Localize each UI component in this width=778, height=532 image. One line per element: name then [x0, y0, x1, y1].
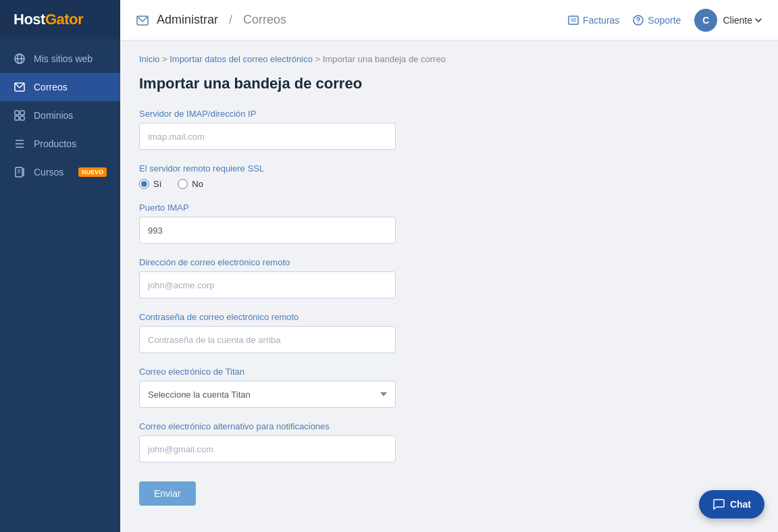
header-title: Administrar — [157, 13, 218, 27]
facturas-label: Facturas — [583, 15, 619, 26]
svg-rect-6 — [15, 116, 19, 120]
header-separator: / — [229, 13, 232, 27]
soporte-label: Soporte — [648, 15, 681, 26]
breadcrumb: Inicio > Importar datos del correo elect… — [139, 54, 759, 64]
chat-icon — [712, 498, 725, 510]
cursos-badge: NUEVO — [78, 167, 107, 177]
facturas-button[interactable]: Facturas — [568, 15, 619, 26]
imap-port-input[interactable] — [139, 217, 396, 244]
imap-server-label: Servidor de IMAP/dirección IP — [139, 109, 759, 119]
page-title: Importar una bandeja de correo — [139, 75, 759, 92]
client-menu[interactable]: C Cliente — [694, 9, 762, 32]
svg-rect-7 — [20, 116, 24, 120]
ssl-no-label: No — [192, 179, 203, 189]
sidebar-item-mis-sitios[interactable]: Mis sitios web — [0, 45, 120, 73]
logo-text: HostGator — [14, 11, 107, 28]
alt-email-label: Correo electrónico alternativo para noti… — [139, 421, 759, 431]
ssl-yes-label: Sí — [153, 179, 161, 189]
header: Administrar / Correos Facturas Soporte — [120, 0, 778, 41]
ssl-yes-option[interactable]: Sí — [139, 179, 161, 189]
breadcrumb-current: Importar una bandeja de correo — [323, 54, 446, 64]
imap-port-group: Puerto IMAP — [139, 203, 759, 244]
submit-button[interactable]: Enviar — [139, 481, 196, 506]
book-icon — [14, 166, 26, 178]
imap-server-group: Servidor de IMAP/dirección IP — [139, 109, 759, 150]
main-area: Administrar / Correos Facturas Soporte — [120, 0, 778, 532]
svg-rect-16 — [569, 16, 578, 24]
ssl-yes-radio[interactable] — [139, 179, 149, 189]
chat-button[interactable]: Chat — [699, 490, 764, 518]
header-actions: Facturas Soporte C Cliente — [568, 9, 762, 32]
sidebar-item-dominios-label: Dominios — [34, 110, 107, 121]
svg-rect-4 — [15, 111, 19, 115]
sidebar: HostGator Mis sitios web Correos — [0, 0, 120, 532]
ssl-radio-group: Sí No — [139, 179, 759, 189]
sidebar-item-mis-sitios-label: Mis sitios web — [34, 53, 107, 64]
header-mail-icon — [136, 14, 149, 26]
sidebar-item-productos[interactable]: Productos — [0, 130, 120, 158]
titan-email-group: Correo electrónico de Titan Seleccione l… — [139, 367, 759, 408]
password-label: Contraseña de correo electrónico remoto — [139, 312, 759, 322]
grid-icon — [14, 109, 26, 122]
remote-email-group: Dirección de correo electrónico remoto — [139, 257, 759, 298]
sidebar-item-cursos-label: Cursos — [34, 167, 70, 178]
client-name: Cliente — [723, 15, 762, 26]
chat-label: Chat — [730, 499, 751, 510]
alt-email-group: Correo electrónico alternativo para noti… — [139, 421, 759, 462]
ssl-group: El servidor remoto requiere SSL Sí No — [139, 163, 759, 189]
ssl-no-radio[interactable] — [178, 179, 188, 189]
soporte-button[interactable]: Soporte — [633, 15, 681, 26]
alt-email-input[interactable] — [139, 435, 396, 462]
imap-server-input[interactable] — [139, 123, 396, 150]
ssl-no-option[interactable]: No — [178, 179, 203, 189]
globe-icon — [14, 53, 26, 65]
remote-email-label: Dirección de correo electrónico remoto — [139, 257, 759, 267]
breadcrumb-importar-datos[interactable]: Importar datos del correo electrónico — [170, 54, 313, 64]
svg-point-20 — [638, 22, 640, 24]
help-icon — [633, 15, 644, 26]
sidebar-item-correos-label: Correos — [34, 82, 107, 92]
mail-icon — [14, 81, 26, 93]
password-input[interactable] — [139, 326, 396, 353]
sidebar-logo: HostGator — [0, 0, 120, 39]
facturas-icon — [568, 16, 579, 25]
titan-email-select[interactable]: Seleccione la cuenta Titan — [139, 381, 396, 408]
sidebar-item-correos[interactable]: Correos — [0, 73, 120, 101]
list-icon — [14, 138, 26, 150]
titan-email-label: Correo electrónico de Titan — [139, 367, 759, 377]
sidebar-nav: Mis sitios web Correos Dominios — [0, 45, 120, 186]
breadcrumb-inicio[interactable]: Inicio — [139, 54, 159, 64]
imap-port-label: Puerto IMAP — [139, 203, 759, 213]
remote-email-input[interactable] — [139, 271, 396, 298]
chevron-down-icon — [755, 18, 762, 22]
sidebar-item-cursos[interactable]: Cursos NUEVO — [0, 158, 120, 186]
header-subtitle: Correos — [243, 13, 286, 27]
password-group: Contraseña de correo electrónico remoto — [139, 312, 759, 353]
sidebar-item-dominios[interactable]: Dominios — [0, 101, 120, 130]
ssl-label: El servidor remoto requiere SSL — [139, 163, 759, 174]
breadcrumb-sep-2: > — [315, 54, 323, 64]
sidebar-item-productos-label: Productos — [34, 138, 107, 149]
svg-rect-5 — [20, 111, 24, 115]
import-form: Servidor de IMAP/dirección IP El servido… — [139, 109, 759, 506]
breadcrumb-sep-1: > — [162, 54, 170, 64]
avatar: C — [694, 9, 717, 32]
content-area: Inicio > Importar datos del correo elect… — [120, 41, 778, 532]
